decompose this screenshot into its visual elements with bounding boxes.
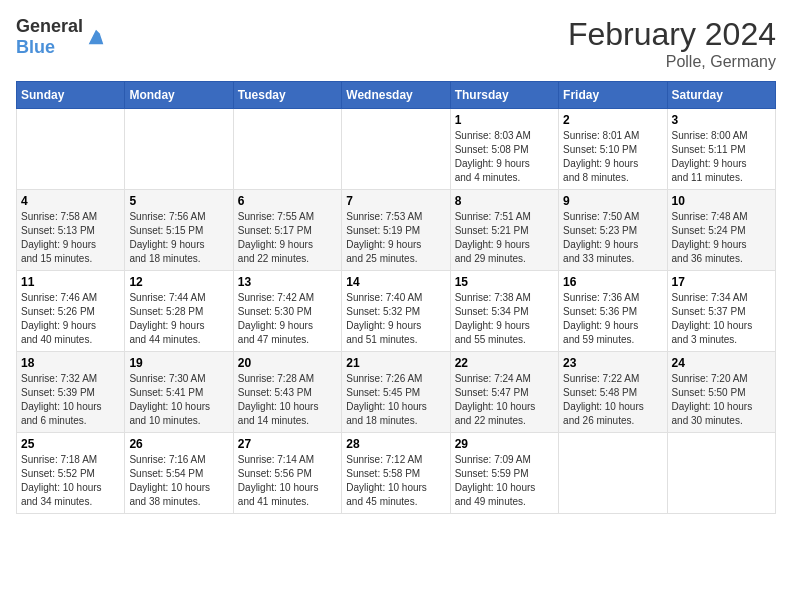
column-header-saturday: Saturday [667, 82, 775, 109]
calendar-cell: 24Sunrise: 7:20 AMSunset: 5:50 PMDayligh… [667, 352, 775, 433]
day-info: Sunrise: 7:32 AMSunset: 5:39 PMDaylight:… [21, 372, 120, 428]
header-row: SundayMondayTuesdayWednesdayThursdayFrid… [17, 82, 776, 109]
calendar-cell: 9Sunrise: 7:50 AMSunset: 5:23 PMDaylight… [559, 190, 667, 271]
day-info: Sunrise: 7:18 AMSunset: 5:52 PMDaylight:… [21, 453, 120, 509]
calendar-cell: 25Sunrise: 7:18 AMSunset: 5:52 PMDayligh… [17, 433, 125, 514]
day-info: Sunrise: 7:46 AMSunset: 5:26 PMDaylight:… [21, 291, 120, 347]
column-header-friday: Friday [559, 82, 667, 109]
column-header-thursday: Thursday [450, 82, 558, 109]
calendar-cell: 8Sunrise: 7:51 AMSunset: 5:21 PMDaylight… [450, 190, 558, 271]
day-info: Sunrise: 7:55 AMSunset: 5:17 PMDaylight:… [238, 210, 337, 266]
calendar-cell: 6Sunrise: 7:55 AMSunset: 5:17 PMDaylight… [233, 190, 341, 271]
calendar-cell: 21Sunrise: 7:26 AMSunset: 5:45 PMDayligh… [342, 352, 450, 433]
calendar-cell: 23Sunrise: 7:22 AMSunset: 5:48 PMDayligh… [559, 352, 667, 433]
day-number: 9 [563, 194, 662, 208]
calendar-cell: 14Sunrise: 7:40 AMSunset: 5:32 PMDayligh… [342, 271, 450, 352]
day-number: 24 [672, 356, 771, 370]
day-number: 2 [563, 113, 662, 127]
day-number: 11 [21, 275, 120, 289]
day-info: Sunrise: 7:09 AMSunset: 5:59 PMDaylight:… [455, 453, 554, 509]
calendar-table: SundayMondayTuesdayWednesdayThursdayFrid… [16, 81, 776, 514]
page-header: General Blue February 2024 Polle, German… [16, 16, 776, 71]
calendar-header: SundayMondayTuesdayWednesdayThursdayFrid… [17, 82, 776, 109]
day-info: Sunrise: 7:30 AMSunset: 5:41 PMDaylight:… [129, 372, 228, 428]
main-title: February 2024 [568, 16, 776, 53]
day-number: 28 [346, 437, 445, 451]
calendar-cell: 17Sunrise: 7:34 AMSunset: 5:37 PMDayligh… [667, 271, 775, 352]
day-info: Sunrise: 7:28 AMSunset: 5:43 PMDaylight:… [238, 372, 337, 428]
calendar-cell: 1Sunrise: 8:03 AMSunset: 5:08 PMDaylight… [450, 109, 558, 190]
day-number: 19 [129, 356, 228, 370]
week-row-4: 18Sunrise: 7:32 AMSunset: 5:39 PMDayligh… [17, 352, 776, 433]
day-info: Sunrise: 7:38 AMSunset: 5:34 PMDaylight:… [455, 291, 554, 347]
week-row-3: 11Sunrise: 7:46 AMSunset: 5:26 PMDayligh… [17, 271, 776, 352]
column-header-wednesday: Wednesday [342, 82, 450, 109]
calendar-cell: 16Sunrise: 7:36 AMSunset: 5:36 PMDayligh… [559, 271, 667, 352]
day-info: Sunrise: 7:14 AMSunset: 5:56 PMDaylight:… [238, 453, 337, 509]
calendar-cell: 19Sunrise: 7:30 AMSunset: 5:41 PMDayligh… [125, 352, 233, 433]
day-info: Sunrise: 7:22 AMSunset: 5:48 PMDaylight:… [563, 372, 662, 428]
calendar-cell: 27Sunrise: 7:14 AMSunset: 5:56 PMDayligh… [233, 433, 341, 514]
day-number: 27 [238, 437, 337, 451]
calendar-cell: 18Sunrise: 7:32 AMSunset: 5:39 PMDayligh… [17, 352, 125, 433]
logo-general: General [16, 16, 83, 36]
calendar-cell [125, 109, 233, 190]
day-number: 7 [346, 194, 445, 208]
day-number: 22 [455, 356, 554, 370]
day-number: 5 [129, 194, 228, 208]
day-number: 13 [238, 275, 337, 289]
logo: General Blue [16, 16, 107, 58]
svg-marker-0 [89, 30, 104, 45]
column-header-tuesday: Tuesday [233, 82, 341, 109]
day-info: Sunrise: 7:50 AMSunset: 5:23 PMDaylight:… [563, 210, 662, 266]
day-info: Sunrise: 7:48 AMSunset: 5:24 PMDaylight:… [672, 210, 771, 266]
day-info: Sunrise: 7:58 AMSunset: 5:13 PMDaylight:… [21, 210, 120, 266]
calendar-cell: 28Sunrise: 7:12 AMSunset: 5:58 PMDayligh… [342, 433, 450, 514]
day-number: 4 [21, 194, 120, 208]
day-number: 1 [455, 113, 554, 127]
day-info: Sunrise: 8:00 AMSunset: 5:11 PMDaylight:… [672, 129, 771, 185]
calendar-cell: 5Sunrise: 7:56 AMSunset: 5:15 PMDaylight… [125, 190, 233, 271]
calendar-cell [667, 433, 775, 514]
day-number: 10 [672, 194, 771, 208]
calendar-cell [342, 109, 450, 190]
day-number: 17 [672, 275, 771, 289]
calendar-cell [17, 109, 125, 190]
day-info: Sunrise: 7:34 AMSunset: 5:37 PMDaylight:… [672, 291, 771, 347]
calendar-cell: 22Sunrise: 7:24 AMSunset: 5:47 PMDayligh… [450, 352, 558, 433]
calendar-cell: 7Sunrise: 7:53 AMSunset: 5:19 PMDaylight… [342, 190, 450, 271]
day-number: 8 [455, 194, 554, 208]
day-info: Sunrise: 7:36 AMSunset: 5:36 PMDaylight:… [563, 291, 662, 347]
day-info: Sunrise: 8:03 AMSunset: 5:08 PMDaylight:… [455, 129, 554, 185]
day-number: 25 [21, 437, 120, 451]
day-info: Sunrise: 8:01 AMSunset: 5:10 PMDaylight:… [563, 129, 662, 185]
column-header-monday: Monday [125, 82, 233, 109]
day-info: Sunrise: 7:24 AMSunset: 5:47 PMDaylight:… [455, 372, 554, 428]
day-number: 16 [563, 275, 662, 289]
day-info: Sunrise: 7:20 AMSunset: 5:50 PMDaylight:… [672, 372, 771, 428]
day-info: Sunrise: 7:56 AMSunset: 5:15 PMDaylight:… [129, 210, 228, 266]
calendar-cell: 4Sunrise: 7:58 AMSunset: 5:13 PMDaylight… [17, 190, 125, 271]
day-info: Sunrise: 7:12 AMSunset: 5:58 PMDaylight:… [346, 453, 445, 509]
logo-icon [85, 26, 107, 48]
calendar-cell: 15Sunrise: 7:38 AMSunset: 5:34 PMDayligh… [450, 271, 558, 352]
day-number: 29 [455, 437, 554, 451]
logo-blue: Blue [16, 37, 55, 57]
day-number: 14 [346, 275, 445, 289]
day-number: 20 [238, 356, 337, 370]
calendar-cell: 26Sunrise: 7:16 AMSunset: 5:54 PMDayligh… [125, 433, 233, 514]
day-info: Sunrise: 7:42 AMSunset: 5:30 PMDaylight:… [238, 291, 337, 347]
calendar-cell [559, 433, 667, 514]
week-row-1: 1Sunrise: 8:03 AMSunset: 5:08 PMDaylight… [17, 109, 776, 190]
day-info: Sunrise: 7:51 AMSunset: 5:21 PMDaylight:… [455, 210, 554, 266]
calendar-cell: 2Sunrise: 8:01 AMSunset: 5:10 PMDaylight… [559, 109, 667, 190]
day-number: 21 [346, 356, 445, 370]
day-info: Sunrise: 7:40 AMSunset: 5:32 PMDaylight:… [346, 291, 445, 347]
calendar-body: 1Sunrise: 8:03 AMSunset: 5:08 PMDaylight… [17, 109, 776, 514]
calendar-cell: 13Sunrise: 7:42 AMSunset: 5:30 PMDayligh… [233, 271, 341, 352]
day-info: Sunrise: 7:16 AMSunset: 5:54 PMDaylight:… [129, 453, 228, 509]
calendar-cell: 3Sunrise: 8:00 AMSunset: 5:11 PMDaylight… [667, 109, 775, 190]
calendar-cell [233, 109, 341, 190]
day-info: Sunrise: 7:26 AMSunset: 5:45 PMDaylight:… [346, 372, 445, 428]
calendar-cell: 12Sunrise: 7:44 AMSunset: 5:28 PMDayligh… [125, 271, 233, 352]
